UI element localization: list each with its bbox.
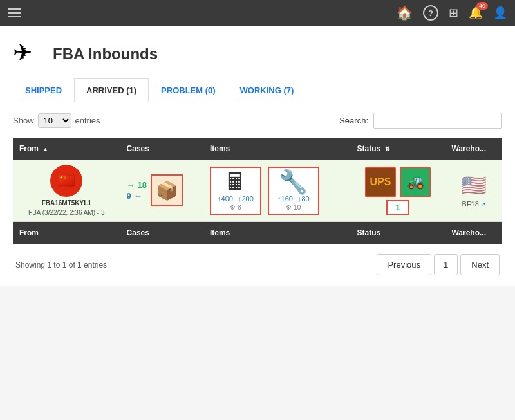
- controls-row: Show 10 25 50 100 entries Search:: [13, 113, 502, 129]
- svg-text:✈: ✈: [13, 39, 32, 66]
- footer-warehouse: Wareho...: [445, 222, 502, 244]
- main-content: Show 10 25 50 100 entries Search: From ▲: [0, 102, 515, 286]
- tab-working[interactable]: WORKING (7): [228, 78, 306, 102]
- item-img-1: 🔧: [279, 170, 308, 194]
- help-icon[interactable]: ?: [423, 5, 438, 21]
- bell-icon[interactable]: 🔔 40: [469, 6, 483, 20]
- search-label: Search:: [339, 116, 368, 125]
- show-label: Show: [13, 116, 34, 125]
- ups-badge: UPS: [365, 167, 396, 197]
- tab-bar: SHIPPED ARRIVED (1) PROBLEM (0) WORKING …: [13, 78, 502, 102]
- status-cell: UPS 🚜 1: [351, 160, 445, 222]
- previous-button[interactable]: Previous: [377, 254, 431, 275]
- search-row: Search:: [339, 113, 502, 129]
- item-qty-out-0: ↑400: [218, 195, 233, 203]
- sort-arrow-status: ⇅: [385, 146, 390, 152]
- item-stats-0: ↑400 ↓200: [218, 195, 254, 203]
- from-id: FBA16MT5KYL1: [42, 199, 91, 206]
- from-sub: FBA (3/22/22, 2:36 AM) - 3: [28, 209, 104, 216]
- grid-icon[interactable]: ⊞: [449, 6, 458, 20]
- forklift-badge: 🚜: [400, 167, 431, 197]
- sort-arrow-from: ▲: [42, 146, 48, 152]
- footer-items: Items: [203, 222, 351, 244]
- item-stats-1: ↑160 ↓80: [277, 195, 310, 203]
- from-cell: 🇨🇳 FBA16MT5KYL1 FBA (3/22/22, 2:36 AM) -…: [13, 160, 120, 222]
- box-icon: 📦: [151, 174, 183, 206]
- item-block-1: 🔧 ↑160 ↓80 ⚙ 10: [268, 167, 319, 215]
- col-cases: Cases: [120, 138, 203, 160]
- item-qty-in-0: ↓200: [238, 195, 254, 203]
- cases-in-row: 9 ←: [127, 191, 147, 201]
- footer-cases: Cases: [120, 222, 203, 244]
- nav-right: 🏠 ? ⊞ 🔔 40 👤: [397, 5, 507, 21]
- notification-badge: 40: [476, 2, 488, 10]
- entries-label: entries: [75, 116, 100, 125]
- cases-in-value: 9: [127, 191, 131, 201]
- cases-numbers: → 18 9 ←: [127, 180, 147, 201]
- footer-status: Status: [351, 222, 445, 244]
- showing-text: Showing 1 to 1 of 1 entries: [15, 260, 107, 269]
- item-qty-out-1: ↑160: [277, 195, 293, 203]
- us-flag-icon: 🇺🇸: [461, 173, 487, 197]
- top-navigation: 🏠 ? ⊞ 🔔 40 👤: [0, 0, 515, 26]
- arrow-left-icon: ←: [134, 191, 142, 201]
- item-block-0: 🖩 ↑400 ↓200 ⚙ 8: [210, 167, 261, 215]
- nav-left: [8, 8, 21, 17]
- plane-icon: ✈: [13, 36, 44, 72]
- pagination-controls: Previous 1 Next: [377, 254, 500, 275]
- user-icon[interactable]: 👤: [493, 6, 507, 20]
- pagination-row: Showing 1 to 1 of 1 entries Previous 1 N…: [13, 254, 502, 275]
- item-img-0: 🖩: [224, 170, 247, 194]
- cases-cell: → 18 9 ← 📦: [120, 160, 203, 222]
- page-title: FBA Inbounds: [53, 45, 158, 63]
- col-from[interactable]: From ▲: [13, 138, 120, 160]
- china-flag: 🇨🇳: [50, 165, 82, 197]
- warehouse-link-icon[interactable]: ↗: [480, 201, 485, 208]
- items-cell: 🖩 ↑400 ↓200 ⚙ 8 🔧: [203, 160, 351, 222]
- search-input[interactable]: [373, 113, 502, 129]
- status-number: 1: [386, 200, 409, 215]
- entries-select[interactable]: 10 25 50 100: [38, 113, 71, 128]
- cases-out-value: 18: [138, 180, 147, 190]
- warehouse-cell: 🇺🇸 BF18 ↗: [445, 160, 502, 222]
- table-header-row: From ▲ Cases Items Status ⇅ Wareho...: [13, 138, 502, 160]
- show-entries-control: Show 10 25 50 100 entries: [13, 113, 100, 128]
- item-qty-in-1: ↓80: [298, 195, 310, 203]
- warehouse-code: BF18: [462, 200, 479, 208]
- col-status[interactable]: Status ⇅: [351, 138, 445, 160]
- data-table: From ▲ Cases Items Status ⇅ Wareho...: [13, 138, 502, 244]
- table-footer-row: From Cases Items Status Wareho...: [13, 222, 502, 244]
- table-row: 🇨🇳 FBA16MT5KYL1 FBA (3/22/22, 2:36 AM) -…: [13, 160, 502, 222]
- footer-from: From: [13, 222, 120, 244]
- current-page: 1: [434, 254, 458, 275]
- tab-arrived[interactable]: ARRIVED (1): [74, 78, 149, 102]
- page-header: ✈ FBA Inbounds SHIPPED ARRIVED (1) PROBL…: [0, 26, 515, 102]
- status-icons: UPS 🚜: [365, 167, 431, 197]
- tab-shipped[interactable]: SHIPPED: [13, 78, 74, 102]
- hamburger-menu[interactable]: [8, 8, 21, 17]
- title-row: ✈ FBA Inbounds: [13, 36, 502, 72]
- home-icon[interactable]: 🏠: [397, 5, 413, 21]
- tab-problem[interactable]: PROBLEM (0): [149, 78, 228, 102]
- col-warehouse: Wareho...: [445, 138, 502, 160]
- cases-out-row: → 18: [127, 180, 147, 190]
- item-gear-1: ⚙ 10: [286, 204, 301, 211]
- item-gear-0: ⚙ 8: [230, 204, 241, 211]
- next-button[interactable]: Next: [460, 254, 500, 275]
- arrow-right-icon: →: [127, 180, 135, 190]
- col-items: Items: [203, 138, 351, 160]
